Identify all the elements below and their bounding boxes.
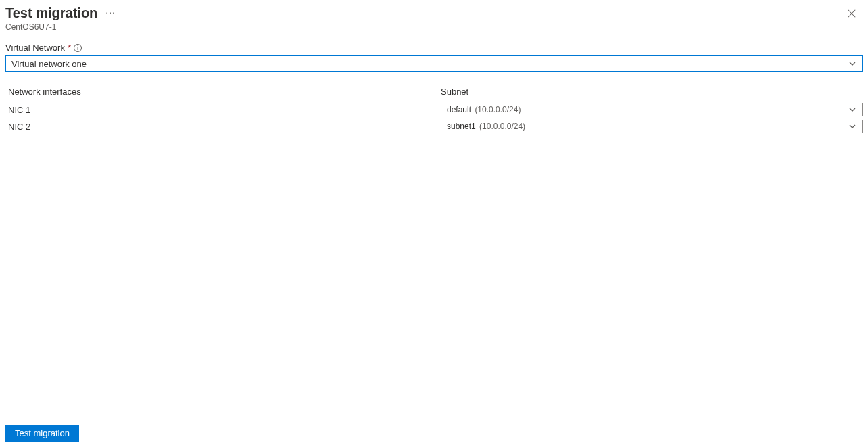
page-title: Test migration	[5, 5, 97, 21]
chevron-down-icon	[848, 122, 857, 131]
subnet-select[interactable]: subnet1 (10.0.0.0/24)	[441, 120, 863, 133]
chevron-down-icon	[848, 105, 857, 114]
subnet-name: default	[447, 105, 471, 114]
subnet-cidr: (10.0.0.0/24)	[479, 122, 525, 131]
subtitle: CentOS6U7-1	[5, 22, 863, 32]
close-button[interactable]	[845, 7, 859, 20]
vnet-label: Virtual Network * i	[5, 43, 863, 53]
column-header-subnet: Subnet	[435, 87, 863, 97]
subnet-name: subnet1	[447, 122, 476, 131]
chevron-down-icon	[848, 60, 857, 68]
footer: Test migration	[0, 419, 868, 447]
table-row: NIC 2 subnet1 (10.0.0.0/24)	[5, 118, 863, 135]
test-migration-button[interactable]: Test migration	[5, 425, 79, 442]
subnet-select[interactable]: default (10.0.0.0/24)	[441, 103, 863, 116]
info-icon[interactable]: i	[74, 44, 82, 52]
vnet-select[interactable]: Virtual network one	[5, 55, 863, 72]
nic-name: NIC 2	[8, 120, 435, 133]
nic-name: NIC 1	[8, 103, 435, 116]
more-icon[interactable]: ···	[105, 7, 116, 20]
required-asterisk: *	[68, 43, 71, 53]
table-row: NIC 1 default (10.0.0.0/24)	[5, 101, 863, 118]
vnet-select-value: Virtual network one	[11, 59, 87, 69]
close-icon	[847, 9, 857, 18]
table-header: Network interfaces Subnet	[5, 83, 863, 101]
column-header-nic: Network interfaces	[8, 87, 435, 97]
nic-table: Network interfaces Subnet NIC 1 default …	[5, 83, 863, 135]
subnet-cidr: (10.0.0.0/24)	[475, 105, 521, 114]
